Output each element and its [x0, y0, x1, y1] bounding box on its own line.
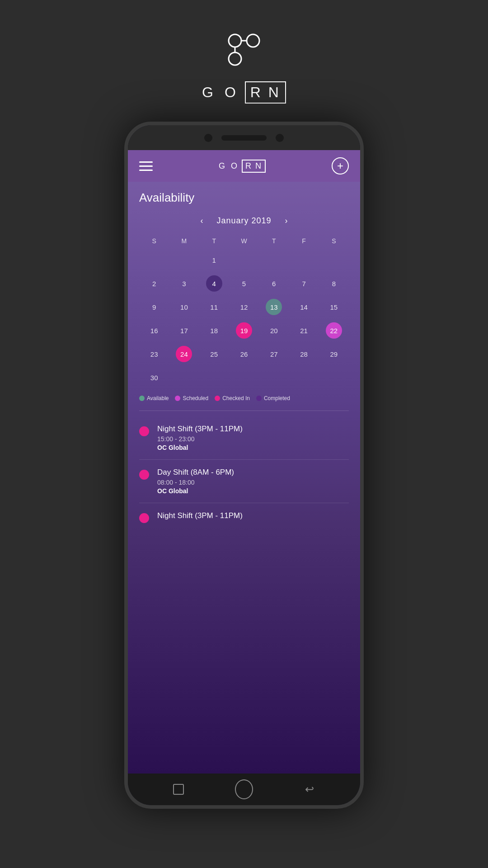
cal-day-2[interactable]: 2	[139, 273, 169, 294]
speaker	[221, 135, 267, 141]
cal-day-empty	[319, 249, 349, 271]
cal-day-10[interactable]: 10	[169, 296, 199, 318]
shift-item-3[interactable]: Night Shift (3PM - 11PM)	[139, 503, 349, 531]
day-header-sat: S	[319, 235, 349, 247]
app-main: Availability ‹ January 2019 › S M T W T	[128, 182, 360, 540]
legend-dot-completed	[256, 396, 262, 401]
back-button[interactable]: ↩	[300, 780, 319, 798]
cal-day-12[interactable]: 12	[229, 296, 259, 318]
cal-day-21[interactable]: 21	[289, 320, 319, 341]
home-icon	[235, 779, 253, 799]
cal-day-25[interactable]: 25	[199, 343, 229, 365]
logo-go-text: G O	[202, 84, 239, 101]
legend-label-completed: Completed	[264, 395, 290, 401]
cal-day-empty	[289, 367, 319, 388]
header-logo: G O R N	[219, 160, 266, 173]
cal-day-30[interactable]: 30	[139, 367, 169, 388]
cal-day-5[interactable]: 5	[229, 273, 259, 294]
svg-point-1	[247, 34, 259, 47]
add-icon: +	[337, 160, 343, 172]
shift-time-1: 15:00 - 23:00	[157, 435, 243, 443]
next-month-button[interactable]: ›	[281, 214, 292, 228]
day-header-sun: S	[139, 235, 169, 247]
logo-area: G O R N	[202, 27, 286, 104]
cal-day-empty	[259, 249, 289, 271]
header-logo-rn: R N	[242, 160, 266, 173]
cal-day-empty	[169, 249, 199, 271]
shift-item-1[interactable]: Night Shift (3PM - 11PM) 15:00 - 23:00 O…	[139, 416, 349, 460]
day-header-tue: T	[199, 235, 229, 247]
legend-dot-checked-in	[215, 396, 220, 401]
cal-day-23[interactable]: 23	[139, 343, 169, 365]
cal-week-6: 30	[139, 367, 349, 388]
cal-day-empty	[139, 249, 169, 271]
phone-top-bar: SAMSUNG	[128, 125, 360, 150]
svg-point-2	[229, 52, 241, 65]
calendar-header: ‹ January 2019 ›	[139, 214, 349, 228]
shift-info-3: Night Shift (3PM - 11PM)	[157, 511, 243, 522]
cal-day-8[interactable]: 8	[319, 273, 349, 294]
cal-week-1: 1	[139, 249, 349, 271]
cal-week-3: 9 10 11 12 13 14 15	[139, 296, 349, 318]
cal-day-13[interactable]: 13	[259, 296, 289, 318]
cal-day-4[interactable]: 4	[199, 273, 229, 294]
cal-day-9[interactable]: 9	[139, 296, 169, 318]
shift-info-1: Night Shift (3PM - 11PM) 15:00 - 23:00 O…	[157, 425, 243, 451]
cal-day-3[interactable]: 3	[169, 273, 199, 294]
hamburger-menu[interactable]	[139, 161, 153, 171]
cal-day-20[interactable]: 20	[259, 320, 289, 341]
cal-day-27[interactable]: 27	[259, 343, 289, 365]
legend-available: Available	[139, 395, 169, 401]
day-header-fri: F	[289, 235, 319, 247]
page-title: Availability	[139, 191, 349, 205]
cal-day-16[interactable]: 16	[139, 320, 169, 341]
legend-label-available: Available	[147, 395, 169, 401]
phone-mockup: SAMSUNG G O R N + Availability	[124, 122, 364, 809]
phone-bottom-bar: ↩	[128, 774, 360, 805]
cal-day-11[interactable]: 11	[199, 296, 229, 318]
cal-day-19[interactable]: 19	[229, 320, 259, 341]
cal-day-empty	[229, 367, 259, 388]
calendar-day-headers: S M T W T F S	[139, 235, 349, 247]
svg-point-0	[229, 34, 241, 47]
cal-day-empty	[169, 367, 199, 388]
app-content: G O R N + Availability ‹ January 2019 ›	[128, 150, 360, 774]
day-header-mon: M	[169, 235, 199, 247]
cal-day-empty	[259, 367, 289, 388]
add-button[interactable]: +	[332, 157, 349, 175]
shift-location-2: OC Global	[157, 487, 234, 495]
cal-day-1[interactable]: 1	[199, 249, 229, 271]
cal-day-29[interactable]: 29	[319, 343, 349, 365]
cal-day-22[interactable]: 22	[319, 320, 349, 341]
header-logo-go: G O	[219, 161, 239, 171]
hamburger-line-2	[139, 165, 153, 167]
cal-day-17[interactable]: 17	[169, 320, 199, 341]
sensor	[276, 134, 284, 142]
cal-day-28[interactable]: 28	[289, 343, 319, 365]
calendar-month-label: January 2019	[216, 216, 271, 226]
shift-location-1: OC Global	[157, 444, 243, 451]
recent-apps-icon	[173, 784, 184, 795]
hamburger-line-3	[139, 170, 153, 171]
recent-apps-button[interactable]	[169, 780, 188, 798]
logo-rn-box: R N	[245, 81, 286, 104]
cal-day-empty	[289, 249, 319, 271]
home-button[interactable]	[235, 780, 253, 798]
cal-day-empty	[199, 367, 229, 388]
cal-day-empty	[229, 249, 259, 271]
cal-week-4: 16 17 18 19 20 21 22	[139, 320, 349, 341]
cal-day-15[interactable]: 15	[319, 296, 349, 318]
prev-month-button[interactable]: ‹	[196, 214, 207, 228]
cal-day-26[interactable]: 26	[229, 343, 259, 365]
cal-day-24[interactable]: 24	[169, 343, 199, 365]
cal-day-18[interactable]: 18	[199, 320, 229, 341]
shift-item-2[interactable]: Day Shift (8AM - 6PM) 08:00 - 18:00 OC G…	[139, 460, 349, 503]
shift-dot-3	[139, 513, 149, 523]
calendar: ‹ January 2019 › S M T W T F S	[139, 214, 349, 388]
cal-day-6[interactable]: 6	[259, 273, 289, 294]
cal-day-14[interactable]: 14	[289, 296, 319, 318]
calendar-legend: Available Scheduled Checked In Completed	[139, 395, 349, 401]
legend-label-scheduled: Scheduled	[183, 395, 208, 401]
hamburger-line-1	[139, 161, 153, 163]
cal-day-7[interactable]: 7	[289, 273, 319, 294]
